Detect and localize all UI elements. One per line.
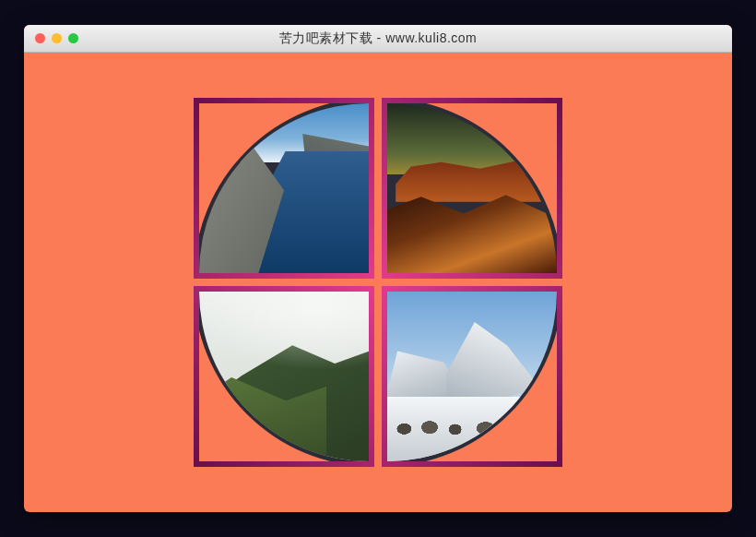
window-title: 苦力吧素材下载 - www.kuli8.com bbox=[24, 30, 732, 47]
minimize-icon[interactable] bbox=[52, 33, 62, 43]
window-controls bbox=[35, 33, 78, 43]
gallery-quad-top-left[interactable] bbox=[194, 98, 374, 279]
gallery-quad-top-right[interactable] bbox=[382, 98, 562, 279]
circular-gallery bbox=[194, 98, 562, 467]
gallery-quad-bottom-left[interactable] bbox=[194, 286, 374, 467]
fjord-landscape-image bbox=[199, 103, 369, 273]
snow-mountain-image bbox=[387, 292, 557, 461]
title-bar: 苦力吧素材下载 - www.kuli8.com bbox=[24, 25, 732, 53]
tent-icon bbox=[521, 431, 547, 448]
close-icon[interactable] bbox=[35, 33, 45, 43]
gallery-quad-bottom-right[interactable] bbox=[382, 286, 562, 467]
stage bbox=[24, 53, 732, 512]
green-ridge-image bbox=[199, 292, 369, 461]
desert-rocks-image bbox=[387, 103, 557, 273]
browser-window: 苦力吧素材下载 - www.kuli8.com bbox=[24, 25, 732, 512]
maximize-icon[interactable] bbox=[68, 33, 78, 43]
